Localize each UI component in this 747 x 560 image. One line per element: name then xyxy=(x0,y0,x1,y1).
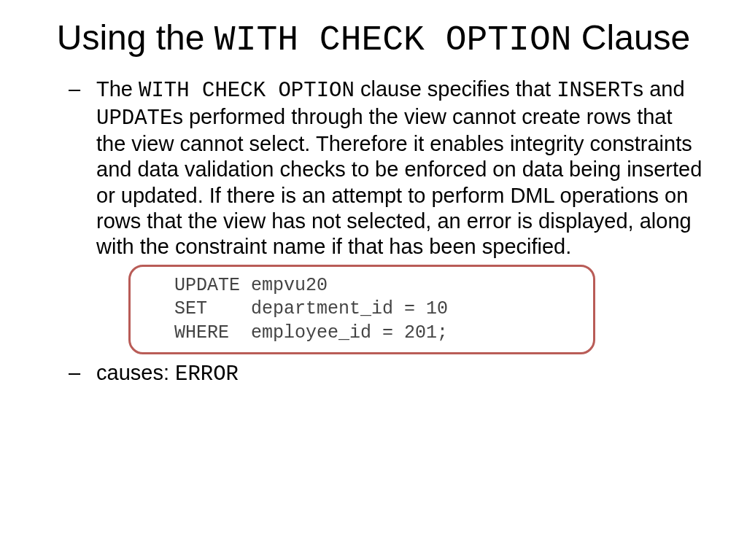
b1-t3: s and xyxy=(633,77,685,101)
bullet-2: causes: ERROR xyxy=(96,360,703,387)
b1-m3: UPDATE xyxy=(96,106,172,131)
b1-t1: The xyxy=(96,77,139,101)
bullet-list: The WITH CHECK OPTION clause specifies t… xyxy=(44,77,703,388)
b2-m1: ERROR xyxy=(175,362,239,386)
title-post: Clause xyxy=(572,18,691,57)
title-mono: WITH CHECK OPTION xyxy=(214,20,572,60)
b1-m2: INSERT xyxy=(557,79,632,103)
code-container: UPDATE empvu20 SET department_id = 10 WH… xyxy=(128,265,595,355)
b2-t1: causes: xyxy=(96,361,175,384)
code-box: UPDATE empvu20 SET department_id = 10 WH… xyxy=(128,265,595,355)
b1-t2: clause specifies that xyxy=(355,77,557,101)
slide-title: Using the WITH CHECK OPTION Clause xyxy=(44,18,703,61)
b1-t4: s performed through the view cannot crea… xyxy=(96,105,702,259)
slide: Using the WITH CHECK OPTION Clause The W… xyxy=(0,0,747,560)
bullet-1: The WITH CHECK OPTION clause specifies t… xyxy=(96,77,703,354)
title-pre: Using the xyxy=(57,18,214,57)
b1-m1: WITH CHECK OPTION xyxy=(139,79,355,103)
